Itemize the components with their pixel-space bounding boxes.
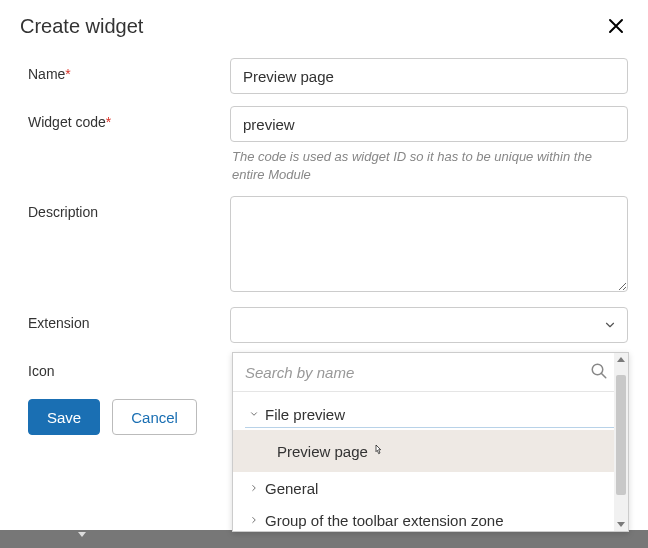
name-input[interactable] <box>230 58 628 94</box>
widget-code-label: Widget code* <box>20 106 230 184</box>
pointer-cursor-icon <box>370 441 386 461</box>
tree-group-label: General <box>265 480 318 497</box>
tree-group-label: Group of the toolbar extension zone <box>265 512 504 529</box>
chevron-right-icon <box>249 515 259 525</box>
dropdown-search-input[interactable] <box>233 353 628 391</box>
extension-dropdown: File preview Preview page General Group … <box>232 352 629 532</box>
scroll-down-icon <box>617 522 625 527</box>
name-label: Name* <box>20 58 230 94</box>
scroll-up-icon <box>617 357 625 362</box>
status-bar <box>0 530 648 548</box>
description-label: Description <box>20 196 230 295</box>
tree-group-general[interactable]: General <box>233 472 614 504</box>
tree-group-label: File preview <box>265 406 345 423</box>
cancel-button[interactable]: Cancel <box>112 399 197 435</box>
extension-select[interactable] <box>230 307 628 343</box>
chevron-right-icon <box>249 483 259 493</box>
tree-item-label: Preview page <box>277 443 368 460</box>
icon-label: Icon <box>20 355 230 379</box>
search-icon <box>590 362 608 380</box>
save-button[interactable]: Save <box>28 399 100 435</box>
chevron-down-icon <box>603 318 617 332</box>
statusbar-caret-icon <box>78 532 86 537</box>
extension-label: Extension <box>20 307 230 343</box>
tree-group-file-preview[interactable]: File preview <box>233 398 614 430</box>
chevron-down-icon <box>249 409 259 419</box>
close-button[interactable] <box>604 14 628 38</box>
tree-item-preview-page[interactable]: Preview page <box>233 430 614 472</box>
tree-divider <box>245 427 614 428</box>
page-title: Create widget <box>20 15 143 38</box>
scrollbar-thumb[interactable] <box>616 375 626 495</box>
widget-code-hint: The code is used as widget ID so it has … <box>230 142 628 184</box>
close-icon <box>607 17 625 35</box>
widget-code-input[interactable] <box>230 106 628 142</box>
tree-group-toolbar-zone[interactable]: Group of the toolbar extension zone <box>233 504 614 531</box>
svg-line-1 <box>601 373 606 378</box>
description-input[interactable] <box>230 196 628 292</box>
dropdown-scrollbar[interactable] <box>614 353 628 531</box>
